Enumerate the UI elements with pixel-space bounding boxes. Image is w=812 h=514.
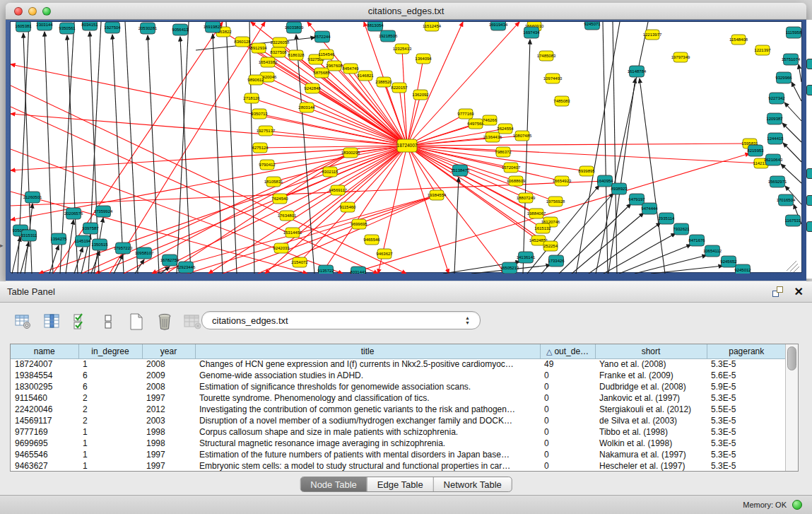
table-cell[interactable]: 1 — [78, 449, 142, 460]
table-cell[interactable]: Hescheler et al. (1997) — [595, 460, 707, 471]
graph-edge[interactable] — [12, 237, 20, 274]
table-row[interactable]: 977716911998Corpus callosum shape and si… — [11, 426, 785, 438]
column-visibility-icon[interactable] — [41, 312, 62, 332]
table-cell[interactable]: 18724007 — [11, 358, 78, 370]
table-cell[interactable]: 6 — [78, 381, 142, 392]
tab-node-table[interactable]: Node Table — [300, 477, 367, 491]
close-window-button[interactable] — [14, 7, 23, 16]
table-cell[interactable]: 5.3E-5 — [707, 460, 785, 471]
column-header-out_degree[interactable]: △out_de… — [540, 344, 595, 358]
table-cell[interactable]: Genome-wide association studies in ADHD. — [195, 370, 540, 381]
table-cell[interactable]: Disruption of a novel member of a sodium… — [195, 415, 540, 426]
table-cell[interactable]: Estimation of significance thresholds fo… — [195, 381, 540, 392]
graph-edge[interactable] — [454, 177, 459, 274]
table-cell[interactable]: Structural magnetic resonance image aver… — [195, 438, 540, 449]
graph-edge[interactable] — [783, 143, 801, 162]
graph-edge[interactable] — [402, 49, 407, 146]
table-cell[interactable]: 2003 — [142, 415, 195, 426]
table-row[interactable]: 969969511998Structural magnetic resonanc… — [11, 438, 785, 449]
table-cell[interactable]: 9465546 — [11, 449, 78, 460]
graph-edge[interactable] — [148, 35, 159, 274]
table-cell[interactable]: 9115460 — [11, 392, 78, 404]
table-cell[interactable]: 49 — [540, 358, 595, 370]
table-cell[interactable]: 22420046 — [11, 404, 78, 415]
table-row[interactable]: 946554611997Estimation of the future num… — [11, 449, 785, 460]
graph-edge[interactable] — [407, 22, 463, 146]
clear-selection-icon[interactable] — [98, 312, 119, 332]
table-cell[interactable]: 1 — [78, 438, 142, 449]
graph-edge[interactable] — [11, 107, 378, 274]
delete-column-icon[interactable] — [154, 312, 175, 332]
table-cell[interactable]: 1997 — [142, 392, 195, 404]
network-canvas[interactable]: 7663822836012889129342322605883275081654… — [10, 21, 802, 273]
table-cell[interactable]: Corpus callosum shape and size in male p… — [195, 426, 540, 438]
table-cell[interactable]: Yano et al. (2008) — [595, 358, 707, 370]
table-cell[interactable]: 19384554 — [11, 370, 78, 381]
table-row[interactable]: 911546021997Tourette syndrome. Phenomeno… — [11, 392, 785, 404]
column-header-name[interactable]: name — [11, 344, 78, 358]
select-rows-icon[interactable] — [69, 312, 90, 332]
table-cell[interactable]: 5.3E-5 — [707, 415, 785, 426]
table-cell[interactable]: 5.5E-5 — [707, 404, 785, 415]
graph-edge[interactable] — [635, 255, 707, 274]
table-cell[interactable]: Dudbridge et al. (2008) — [595, 381, 707, 392]
column-header-title[interactable]: title — [195, 344, 540, 358]
table-cell[interactable]: Nakamura et al. (1997) — [595, 449, 707, 460]
table-cell[interactable]: 18300295 — [11, 381, 78, 392]
tab-edge-table[interactable]: Edge Table — [367, 477, 434, 491]
table-cell[interactable]: 5.3E-5 — [707, 438, 785, 449]
table-cell[interactable]: 5.3E-5 — [707, 426, 785, 438]
table-cell[interactable]: 5.9E-5 — [707, 381, 785, 392]
table-cell[interactable]: 2 — [78, 392, 142, 404]
tab-network-table[interactable]: Network Table — [434, 477, 512, 491]
graph-edge[interactable] — [252, 98, 407, 146]
column-header-pagerank[interactable]: pagerank — [707, 344, 785, 358]
graph-edge[interactable] — [799, 64, 801, 82]
table-mode-icon[interactable] — [13, 312, 34, 332]
graph-edge[interactable] — [49, 245, 59, 274]
table-cell[interactable]: 0 — [540, 392, 595, 404]
table-cell[interactable]: Franke et al. (2009) — [595, 370, 707, 381]
table-cell[interactable]: 0 — [540, 438, 595, 449]
table-cell[interactable]: 9777169 — [11, 426, 78, 438]
table-row[interactable]: 1830029562008Estimation of significance … — [11, 381, 785, 392]
graph-edge[interactable] — [125, 22, 138, 274]
graph-edge[interactable] — [407, 144, 750, 146]
column-header-in_degree[interactable]: in_degree — [78, 344, 142, 358]
table-cell[interactable]: 5.3E-5 — [707, 358, 785, 370]
table-cell[interactable]: 2008 — [142, 381, 195, 392]
table-cell[interactable]: 0 — [540, 460, 595, 471]
table-cell[interactable]: Estimation of the future numbers of pati… — [195, 449, 540, 460]
table-cell[interactable]: 1 — [78, 460, 142, 471]
table-cell[interactable]: 5.3E-5 — [707, 392, 785, 404]
table-cell[interactable]: 0 — [540, 370, 595, 381]
graph-edge[interactable] — [792, 82, 801, 101]
table-cell[interactable]: 1998 — [142, 426, 195, 438]
minimize-window-button[interactable] — [28, 7, 37, 16]
table-cell[interactable]: 9699695 — [11, 438, 78, 449]
resize-grip[interactable] — [787, 261, 799, 272]
table-cell[interactable]: 0 — [540, 381, 595, 392]
table-cell[interactable]: 14569117 — [11, 415, 78, 426]
table-cell[interactable]: 0 — [540, 449, 595, 460]
table-cell[interactable]: Tourette syndrome. Phenomenology and cla… — [195, 392, 540, 404]
graph-edge[interactable] — [640, 78, 665, 274]
table-cell[interactable]: Tibbo et al. (1998) — [595, 426, 707, 438]
table-cell[interactable]: Embryonic stem cells: a model to study s… — [195, 460, 540, 471]
new-column-icon[interactable] — [126, 312, 147, 332]
column-header-short[interactable]: short — [595, 344, 707, 358]
column-header-year[interactable]: year — [142, 344, 195, 358]
table-cell[interactable]: Stergiakouli et al. (2012) — [595, 404, 707, 415]
graph-edge[interactable] — [784, 103, 801, 121]
table-row[interactable]: 1872400712008Changes of HCN gene express… — [11, 358, 785, 370]
table-cell[interactable]: de Silva et al. (2003) — [595, 415, 707, 426]
table-cell[interactable]: 0 — [540, 404, 595, 415]
scrollbar-thumb[interactable] — [787, 346, 796, 370]
table-cell[interactable]: 2 — [78, 404, 142, 415]
graph-edge[interactable] — [589, 223, 661, 274]
table-cell[interactable]: 2008 — [142, 358, 195, 370]
table-cell[interactable]: 9463627 — [11, 460, 78, 471]
graph-edge[interactable] — [407, 146, 543, 228]
table-scrollbar[interactable] — [785, 344, 798, 471]
table-row[interactable]: 2242004622012Investigating the contribut… — [11, 404, 785, 415]
